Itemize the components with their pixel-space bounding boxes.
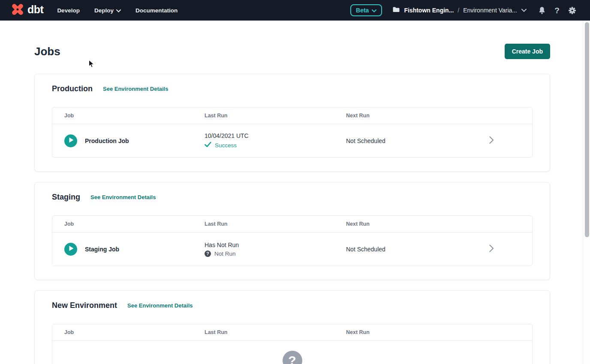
breadcrumb-project: Environment Varia... [463, 7, 517, 14]
column-header-last-run: Last Run [205, 221, 346, 227]
create-job-button[interactable]: Create Job [505, 44, 550, 59]
check-icon [205, 141, 211, 149]
page-title: Jobs [34, 45, 60, 58]
column-header-job: Job [52, 113, 205, 119]
environment-name: Staging [52, 193, 80, 202]
environment-card-staging: Staging See Environment Details Job Last… [34, 182, 550, 280]
environment-name: Production [52, 84, 93, 93]
column-header-last-run: Last Run [205, 113, 346, 119]
last-run-date: 10/04/2021 UTC [205, 132, 346, 139]
jobs-table: Job Last Run Next Run Staging Job Has No… [52, 215, 533, 266]
job-row-staging-job[interactable]: Staging Job Has Not Run ? Not Run Not Sc… [52, 233, 532, 266]
job-name: Staging Job [85, 246, 119, 253]
column-header-last-run: Last Run [205, 329, 346, 335]
column-header-job: Job [52, 329, 205, 335]
environment-name: New Environment [52, 301, 117, 310]
job-name: Production Job [85, 137, 129, 144]
jobs-page: Jobs Create Job Production See Environme… [0, 21, 590, 364]
see-environment-details-link[interactable]: See Environment Details [90, 194, 156, 200]
top-navbar: dbt Develop Deploy Documentation Beta Fi… [0, 0, 590, 21]
next-run-value: Not Scheduled [346, 246, 489, 253]
beta-dropdown[interactable]: Beta [350, 4, 382, 16]
play-icon [67, 137, 74, 144]
scrollbar-thumb[interactable] [585, 22, 589, 237]
breadcrumb-account: Fishtown Engin... [404, 7, 454, 14]
environment-card-production: Production See Environment Details Job L… [34, 74, 550, 172]
see-environment-details-link[interactable]: See Environment Details [103, 86, 168, 92]
jobs-table: Job Last Run Next Run Production Job 10/… [52, 107, 533, 158]
table-header: Job Last Run Next Run [52, 107, 532, 124]
dbt-logo-icon [10, 2, 25, 18]
question-circle-icon: ? [283, 351, 302, 364]
scrollbar-track[interactable] [583, 21, 590, 364]
question-circle-icon: ? [205, 251, 211, 257]
chevron-right-icon [489, 245, 494, 254]
main-nav: Develop Deploy Documentation [57, 7, 178, 14]
chevron-down-icon [372, 7, 376, 14]
job-row-production-job[interactable]: Production Job 10/04/2021 UTC Success No… [52, 124, 532, 157]
table-header: Job Last Run Next Run [52, 216, 532, 233]
brand-text: dbt [27, 4, 43, 17]
column-header-next-run: Next Run [346, 329, 532, 335]
chevron-down-icon [521, 9, 527, 12]
see-environment-details-link[interactable]: See Environment Details [127, 302, 193, 309]
table-header: Job Last Run Next Run [52, 324, 532, 341]
run-job-button[interactable] [64, 134, 77, 147]
column-header-job: Job [52, 221, 205, 227]
nav-item-documentation[interactable]: Documentation [135, 7, 178, 14]
jobs-table: Job Last Run Next Run ? [52, 324, 533, 364]
folder-icon [392, 6, 400, 15]
status-badge: Not Run [214, 251, 236, 257]
run-job-button[interactable] [64, 243, 77, 256]
bell-icon[interactable] [538, 6, 546, 15]
column-header-next-run: Next Run [346, 113, 532, 119]
last-run-date: Has Not Run [205, 242, 346, 248]
chevron-right-icon [489, 136, 494, 146]
nav-item-deploy[interactable]: Deploy [94, 7, 121, 14]
breadcrumb-separator: / [458, 7, 459, 14]
dbt-logo[interactable]: dbt [10, 2, 43, 18]
column-header-next-run: Next Run [346, 221, 532, 227]
next-run-value: Not Scheduled [346, 137, 489, 144]
gear-icon[interactable] [568, 6, 576, 15]
project-selector[interactable]: Fishtown Engin... / Environment Varia... [392, 6, 527, 15]
help-icon[interactable]: ? [553, 6, 561, 15]
nav-item-develop[interactable]: Develop [57, 7, 80, 14]
environment-card-new-environment: New Environment See Environment Details … [34, 290, 550, 364]
empty-state: ? [52, 341, 532, 364]
play-icon [67, 245, 74, 253]
chevron-down-icon [116, 7, 121, 14]
status-badge[interactable]: Success [215, 142, 237, 149]
navbar-icon-group: ? [538, 6, 576, 15]
